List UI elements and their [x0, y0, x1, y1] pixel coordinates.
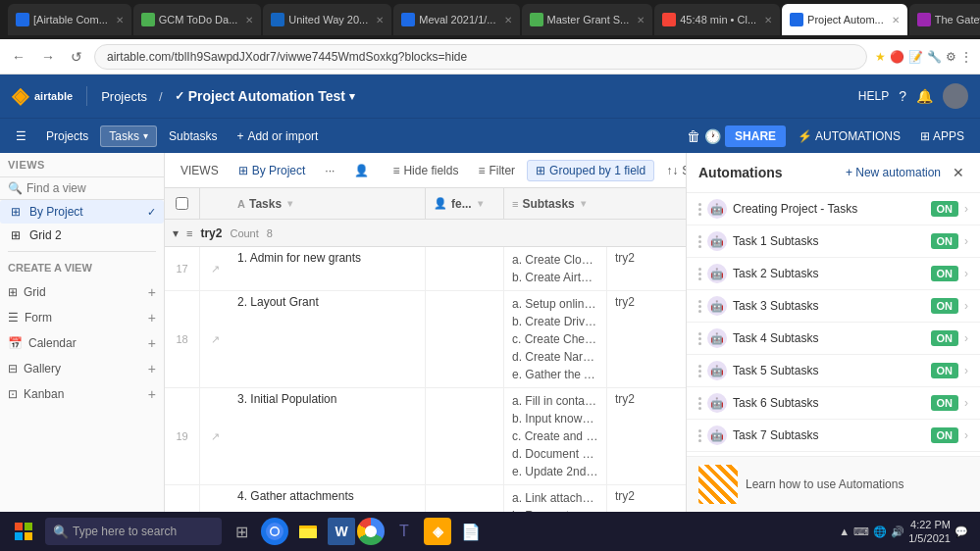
taskbar-icon-teams[interactable]: T: [387, 514, 422, 549]
notifications-icon[interactable]: 🔔: [916, 88, 933, 104]
automation-toggle[interactable]: ON: [931, 395, 959, 411]
tab-close-4[interactable]: ✕: [504, 15, 512, 25]
automation-toggle[interactable]: ON: [931, 330, 959, 346]
filter-button[interactable]: ≡ Filter: [470, 161, 523, 180]
row-expand-18[interactable]: ↗: [200, 291, 230, 387]
tray-volume-icon[interactable]: 🔊: [891, 526, 904, 538]
windows-start-button[interactable]: [4, 512, 43, 551]
automation-item[interactable]: 🤖 Task 6 Subtasks ON ›: [687, 387, 980, 420]
auto-chevron-icon[interactable]: ›: [964, 428, 968, 442]
ext-icon-3[interactable]: 🔧: [927, 50, 942, 64]
automation-toggle[interactable]: ON: [931, 363, 959, 378]
automation-item[interactable]: 🤖 Task 3 Subtasks ON ›: [687, 290, 980, 323]
automation-item[interactable]: 🤖 Task 2 Subtasks ON ›: [687, 258, 980, 290]
task-cell-19[interactable]: 3. Initial Population: [230, 388, 426, 484]
new-automation-button[interactable]: + New automation: [846, 166, 941, 179]
th-checkbox[interactable]: [165, 188, 200, 219]
task-cell-17[interactable]: 1. Admin for new grants: [230, 247, 426, 290]
tray-up-icon[interactable]: ▲: [839, 526, 850, 537]
browser-tab-7[interactable]: Project Autom... ✕: [782, 4, 907, 35]
reload-button[interactable]: ↺: [67, 47, 86, 67]
help-label[interactable]: HELP: [858, 89, 889, 103]
learn-automations-section[interactable]: Learn how to use Automations: [687, 456, 980, 512]
subtasks-col-dropdown-icon[interactable]: ▾: [581, 198, 586, 209]
tab-close-6[interactable]: ✕: [764, 15, 772, 25]
ext-icon-1[interactable]: 🔴: [890, 50, 904, 64]
find-view-input[interactable]: [26, 181, 165, 195]
tray-network-icon[interactable]: 🌐: [873, 526, 887, 538]
th-subtasks[interactable]: ≡ Subtasks ▾: [504, 188, 686, 219]
taskbar-icon-airtable[interactable]: ◈: [424, 518, 451, 545]
automation-item[interactable]: 🤖 Task 7 Subtasks ON ›: [687, 420, 980, 452]
title-dropdown-icon[interactable]: ▾: [349, 90, 355, 103]
grouped-button[interactable]: ⊞ Grouped by 1 field: [527, 160, 654, 181]
browser-tab-4[interactable]: Meval 2021/1/... ✕: [393, 4, 519, 35]
tab-close-2[interactable]: ✕: [245, 15, 253, 25]
create-grid-item[interactable]: ⊞ Grid +: [0, 279, 164, 305]
fe-cell-18[interactable]: [426, 291, 504, 387]
taskbar-icon-explorer[interactable]: [290, 514, 326, 549]
fe-cell-19[interactable]: [426, 388, 504, 484]
row-expand-20[interactable]: ↗: [200, 485, 230, 512]
help-question-icon[interactable]: ?: [899, 88, 906, 104]
browser-tab-8[interactable]: The Gateway C... ✕: [909, 4, 980, 35]
row-expand-19[interactable]: ↗: [200, 388, 230, 484]
windows-search-box[interactable]: 🔍 Type here to search: [45, 518, 222, 545]
projects-nav[interactable]: Projects: [101, 89, 147, 104]
sidebar-item-grid2[interactable]: ⊞ Grid 2: [0, 224, 164, 247]
auto-chevron-icon[interactable]: ›: [964, 364, 968, 377]
browser-tab-1[interactable]: [Airtable Com... ✕: [8, 4, 131, 35]
by-project-view-button[interactable]: ⊞ By Project: [231, 161, 314, 180]
tray-keyboard-icon[interactable]: ⌨: [853, 526, 869, 538]
automations-button[interactable]: ⚡ AUTOMATIONS: [790, 126, 908, 146]
fe-cell-17[interactable]: [426, 247, 504, 290]
sort-button[interactable]: ↑↓ Sort: [658, 161, 686, 180]
apps-button[interactable]: ⊞ APPS: [912, 126, 972, 146]
th-fe[interactable]: 👤 fe... ▾: [426, 188, 504, 219]
automation-toggle[interactable]: ON: [931, 427, 959, 443]
row-expand-17[interactable]: ↗: [200, 247, 230, 290]
share-button[interactable]: SHARE: [725, 125, 786, 147]
automation-item[interactable]: 🤖 Task 5 Subtasks ON ›: [687, 355, 980, 387]
automation-item[interactable]: 🤖 Task 4 Subtasks ON ›: [687, 323, 980, 355]
ext-icon-2[interactable]: 📝: [908, 50, 923, 64]
menu-button[interactable]: ⋮: [960, 50, 972, 64]
group-toggle-button[interactable]: ▾: [173, 226, 179, 240]
browser-tab-6[interactable]: 45:48 min • Cl... ✕: [654, 4, 780, 35]
tab-close-5[interactable]: ✕: [637, 15, 645, 25]
automation-toggle[interactable]: ON: [931, 233, 959, 249]
bookmark-icon[interactable]: ★: [875, 50, 886, 64]
hide-fields-button[interactable]: ≡ Hide fields: [385, 161, 466, 180]
taskbar-icon-chrome2[interactable]: [357, 518, 385, 545]
fe-cell-20[interactable]: [426, 485, 504, 512]
auto-chevron-icon[interactable]: ›: [964, 267, 968, 280]
task-view-button[interactable]: ⊞: [224, 514, 259, 549]
app-title[interactable]: ✓ Project Automation Test ▾: [175, 88, 355, 104]
hamburger-menu-button[interactable]: ☰: [8, 126, 34, 146]
subtasks-tab[interactable]: Subtasks: [161, 126, 225, 146]
fe-col-dropdown-icon[interactable]: ▾: [478, 198, 483, 209]
user-avatar[interactable]: [943, 83, 968, 109]
tab-close-3[interactable]: ✕: [376, 15, 384, 25]
tab-close-1[interactable]: ✕: [116, 15, 124, 25]
automation-toggle[interactable]: ON: [931, 266, 959, 281]
address-input[interactable]: [94, 44, 867, 70]
views-toggle-button[interactable]: VIEWS: [173, 161, 227, 180]
ext-icon-4[interactable]: ⚙: [946, 50, 956, 64]
more-options-button[interactable]: ···: [317, 161, 342, 180]
taskbar-icon-word[interactable]: W: [328, 518, 355, 545]
auto-chevron-icon[interactable]: ›: [964, 202, 968, 216]
tab-close-7[interactable]: ✕: [892, 15, 900, 25]
create-kanban-item[interactable]: ⊡ Kanban +: [0, 381, 164, 407]
browser-tab-5[interactable]: Master Grant S... ✕: [522, 4, 653, 35]
tasks-col-dropdown-icon[interactable]: ▾: [287, 198, 292, 209]
browser-tab-3[interactable]: United Way 20... ✕: [263, 4, 391, 35]
auto-chevron-icon[interactable]: ›: [964, 331, 968, 345]
projects-tab[interactable]: Projects: [38, 126, 96, 146]
task-cell-18[interactable]: 2. Layout Grant: [230, 291, 426, 387]
automation-toggle[interactable]: ON: [931, 298, 959, 314]
add-import-button[interactable]: + Add or import: [229, 126, 326, 146]
create-form-item[interactable]: ☰ Form +: [0, 305, 164, 330]
back-button[interactable]: ←: [8, 47, 29, 67]
browser-tab-2[interactable]: GCM ToDo Da... ✕: [133, 4, 262, 35]
